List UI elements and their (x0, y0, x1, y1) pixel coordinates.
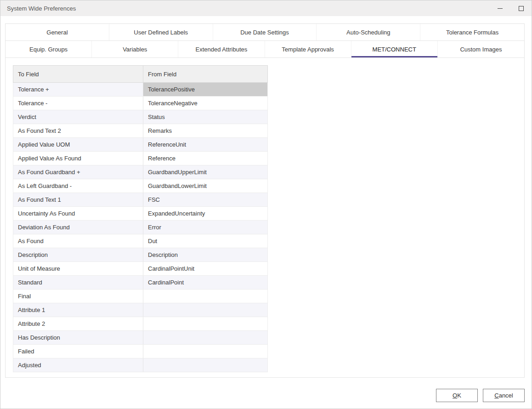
table-row: Failed (13, 345, 268, 358)
from-field-cell[interactable] (143, 290, 268, 303)
table-row: Has Description (13, 331, 268, 345)
table-row: Final (13, 290, 268, 303)
to-field-cell[interactable]: Attribute 1 (13, 303, 143, 317)
table-row: Attribute 1 (13, 303, 268, 317)
from-field-cell[interactable]: TolerancePositive (143, 83, 268, 97)
table-row: DescriptionDescription (13, 248, 268, 262)
from-field-cell[interactable]: GuardbandUpperLimit (143, 165, 268, 179)
table-row: Uncertainty As FoundExpandedUncertainty (13, 207, 268, 221)
ok-button-label: K (457, 392, 461, 399)
to-field-cell[interactable]: Attribute 2 (13, 317, 143, 331)
table-row: Unit of MeasureCardinalPointUnit (13, 262, 268, 276)
to-field-cell[interactable]: Uncertainty As Found (13, 207, 143, 221)
from-field-cell[interactable]: Status (143, 110, 268, 124)
from-field-cell[interactable]: Dut (143, 234, 268, 248)
tab-extended-attributes[interactable]: Extended Attributes (178, 41, 265, 57)
to-field-cell[interactable]: Verdict (13, 110, 143, 124)
to-field-cell[interactable]: As Found Guardband + (13, 165, 143, 179)
tab-custom-images[interactable]: Custom Images (438, 41, 524, 57)
to-field-cell[interactable]: As Found Text 1 (13, 193, 143, 207)
tab-met-connect[interactable]: MET/CONNECT (351, 41, 438, 57)
tab-user-defined-labels[interactable]: User Defined Labels (109, 24, 213, 40)
from-field-cell[interactable] (143, 303, 268, 317)
tab-strip-top: GeneralUser Defined LabelsDue Date Setti… (6, 24, 524, 41)
column-header-from-field[interactable]: From Field (143, 66, 268, 83)
to-field-cell[interactable]: Tolerance + (13, 83, 143, 97)
table-row: Tolerance -ToleranceNegative (13, 97, 268, 110)
from-field-cell[interactable] (143, 331, 268, 345)
table-row: VerdictStatus (13, 110, 268, 124)
maximize-button[interactable] (510, 0, 532, 16)
table-row: As Found Text 2Remarks (13, 124, 268, 138)
tab-equip-groups[interactable]: Equip. Groups (6, 41, 92, 57)
table-row: Deviation As FoundError (13, 221, 268, 234)
window-controls (489, 0, 532, 16)
from-field-cell[interactable] (143, 358, 268, 372)
cancel-button-accesskey: C (494, 392, 498, 399)
tab-template-approvals[interactable]: Template Approvals (265, 41, 351, 57)
preferences-window: System Wide Preferences GeneralUser Defi… (0, 0, 532, 409)
from-field-cell[interactable]: CardinalPoint (143, 276, 268, 290)
from-field-cell[interactable]: ReferenceUnit (143, 138, 268, 152)
cancel-button[interactable]: Cancel (483, 389, 525, 402)
to-field-cell[interactable]: Adjusted (13, 358, 143, 372)
from-field-cell[interactable]: Reference (143, 152, 268, 165)
to-field-cell[interactable]: Has Description (13, 331, 143, 345)
tab-panel: GeneralUser Defined LabelsDue Date Setti… (5, 23, 525, 378)
to-field-cell[interactable]: Final (13, 290, 143, 303)
tab-strip-bottom: Equip. GroupsVariablesExtended Attribute… (6, 41, 524, 58)
minimize-icon (498, 8, 503, 9)
to-field-cell[interactable]: Unit of Measure (13, 262, 143, 276)
column-header-to-field[interactable]: To Field (13, 66, 143, 83)
from-field-cell[interactable]: Description (143, 248, 268, 262)
to-field-cell[interactable]: Description (13, 248, 143, 262)
from-field-cell[interactable]: Error (143, 221, 268, 234)
from-field-cell[interactable]: GuardbandLowerLimit (143, 179, 268, 193)
table-row: Adjusted (13, 358, 268, 372)
from-field-cell[interactable]: FSC (143, 193, 268, 207)
maximize-icon (519, 6, 524, 11)
from-field-cell[interactable]: CardinalPointUnit (143, 262, 268, 276)
from-field-cell[interactable]: ExpandedUncertainty (143, 207, 268, 221)
to-field-cell[interactable]: Deviation As Found (13, 221, 143, 234)
table-row: As Found Guardband +GuardbandUpperLimit (13, 165, 268, 179)
ok-button[interactable]: OK (436, 389, 478, 402)
to-field-cell[interactable]: Failed (13, 345, 143, 358)
to-field-cell[interactable]: As Found (13, 234, 143, 248)
field-mapping-table: To FieldFrom Field Tolerance +ToleranceP… (13, 65, 268, 372)
table-body: Tolerance +TolerancePositiveTolerance -T… (13, 83, 268, 372)
table-row: StandardCardinalPoint (13, 276, 268, 290)
from-field-cell[interactable] (143, 317, 268, 331)
to-field-cell[interactable]: Applied Value UOM (13, 138, 143, 152)
ok-button-accesskey: O (453, 392, 457, 399)
tab-tolerance-formulas[interactable]: Tolerance Formulas (420, 24, 524, 40)
minimize-button[interactable] (489, 0, 510, 16)
table-row: As FoundDut (13, 234, 268, 248)
tab-variables[interactable]: Variables (92, 41, 178, 57)
table-row: Attribute 2 (13, 317, 268, 331)
from-field-cell[interactable] (143, 345, 268, 358)
from-field-cell[interactable]: ToleranceNegative (143, 97, 268, 110)
table-header-row: To FieldFrom Field (13, 66, 268, 83)
cancel-button-label: ancel (499, 392, 513, 399)
footer: OK Cancel (436, 389, 525, 402)
field-mapping-grid: To FieldFrom Field Tolerance +ToleranceP… (13, 65, 524, 372)
to-field-cell[interactable]: Tolerance - (13, 97, 143, 110)
table-row: Tolerance +TolerancePositive (13, 83, 268, 97)
table-row: Applied Value As FoundReference (13, 152, 268, 165)
to-field-cell[interactable]: Standard (13, 276, 143, 290)
to-field-cell[interactable]: Applied Value As Found (13, 152, 143, 165)
tab-due-date-settings[interactable]: Due Date Settings (213, 24, 317, 40)
window-title: System Wide Preferences (0, 5, 76, 12)
tab-general[interactable]: General (6, 24, 109, 40)
titlebar: System Wide Preferences (0, 0, 532, 16)
table-row: As Found Text 1FSC (13, 193, 268, 207)
table-row: As Left Guardband -GuardbandLowerLimit (13, 179, 268, 193)
table-row: Applied Value UOMReferenceUnit (13, 138, 268, 152)
from-field-cell[interactable]: Remarks (143, 124, 268, 138)
to-field-cell[interactable]: As Left Guardband - (13, 179, 143, 193)
tab-auto-scheduling[interactable]: Auto-Scheduling (317, 24, 420, 40)
to-field-cell[interactable]: As Found Text 2 (13, 124, 143, 138)
